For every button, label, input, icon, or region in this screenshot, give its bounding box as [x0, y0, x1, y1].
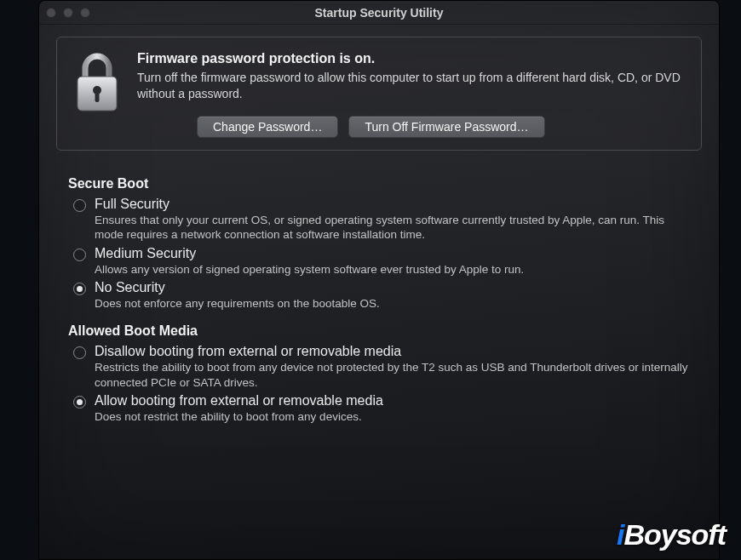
radio-full-security[interactable] [73, 199, 86, 212]
window-title: Startup Security Utility [39, 6, 719, 20]
titlebar: Startup Security Utility [39, 1, 719, 25]
window: Startup Security Utility Firmware [38, 0, 720, 560]
radio-disallow-external[interactable] [73, 346, 86, 359]
firmware-password-text: Firmware password protection is on. Turn… [137, 51, 686, 138]
lock-icon [72, 51, 122, 138]
allowed-boot-media-title: Allowed Boot Media [68, 323, 690, 339]
option-desc: Does not restrict the ability to boot fr… [95, 409, 690, 425]
allowed-boot-option-allow[interactable]: Allow booting from external or removable… [73, 393, 690, 425]
option-label: No Security [95, 280, 690, 295]
option-desc: Ensures that only your current OS, or si… [95, 213, 690, 243]
change-password-button[interactable]: Change Password… [197, 116, 338, 138]
content: Secure Boot Full Security Ensures that o… [39, 159, 719, 435]
secure-boot-option-medium[interactable]: Medium Security Allows any version of si… [73, 246, 690, 277]
radio-allow-external[interactable] [73, 396, 86, 409]
secure-boot-title: Secure Boot [68, 176, 690, 191]
option-label: Full Security [95, 197, 690, 212]
firmware-password-description: Turn off the firmware password to allow … [137, 70, 686, 102]
turn-off-firmware-password-button[interactable]: Turn Off Firmware Password… [348, 116, 544, 138]
svg-rect-2 [95, 92, 100, 102]
option-desc: Allows any version of signed operating s… [95, 262, 690, 277]
option-label: Medium Security [95, 246, 690, 261]
watermark-rest: Boysoft [623, 518, 726, 551]
firmware-password-heading: Firmware password protection is on. [137, 51, 686, 66]
secure-boot-option-none[interactable]: No Security Does not enforce any require… [73, 280, 690, 311]
radio-no-security[interactable] [73, 283, 86, 295]
firmware-password-panel: Firmware password protection is on. Turn… [56, 37, 702, 151]
option-desc: Does not enforce any requirements on the… [95, 296, 690, 311]
option-label: Disallow booting from external or remova… [95, 344, 690, 359]
radio-medium-security[interactable] [73, 249, 86, 261]
option-desc: Restricts the ability to boot from any d… [95, 360, 690, 390]
watermark: iBoysoft [617, 518, 726, 551]
secure-boot-option-full[interactable]: Full Security Ensures that only your cur… [73, 197, 690, 243]
option-label: Allow booting from external or removable… [95, 393, 690, 409]
allowed-boot-option-disallow[interactable]: Disallow booting from external or remova… [73, 344, 690, 390]
